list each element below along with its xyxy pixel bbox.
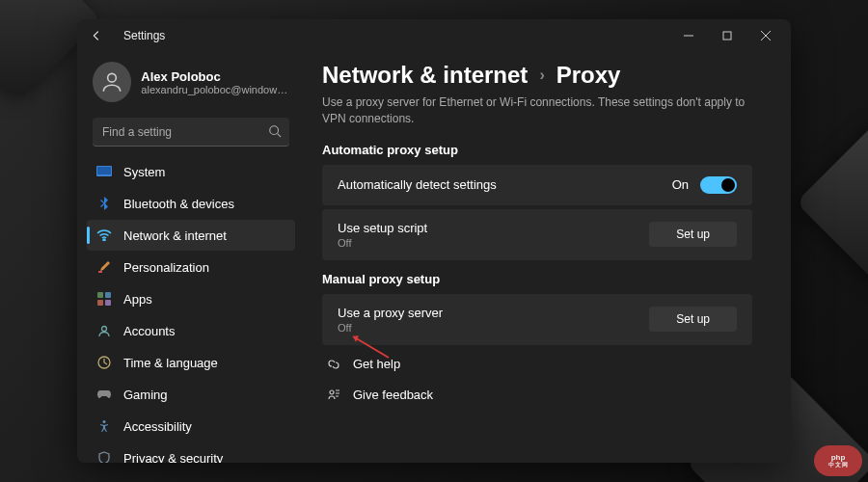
- svg-rect-11: [97, 292, 103, 298]
- nav-label: Time & language: [123, 356, 218, 370]
- watermark-badge: php 中文网: [814, 445, 862, 476]
- feedback-icon: [326, 388, 341, 403]
- sidebar-item-network[interactable]: Network & internet: [87, 220, 295, 251]
- svg-rect-10: [98, 271, 102, 273]
- feedback-label: Give feedback: [353, 388, 433, 402]
- profile-name: Alex Poloboc: [141, 69, 289, 84]
- chevron-right-icon: ›: [539, 67, 544, 84]
- back-button[interactable]: [83, 22, 110, 49]
- section-auto-title: Automatic proxy setup: [322, 143, 752, 157]
- card-setup-script: Use setup script Off Set up: [322, 209, 752, 260]
- person-icon: [99, 69, 124, 94]
- sidebar-item-personalization[interactable]: Personalization: [87, 252, 295, 282]
- nav-label: System: [123, 165, 165, 179]
- svg-rect-1: [723, 32, 731, 40]
- svg-point-15: [102, 327, 107, 332]
- avatar: [93, 62, 131, 102]
- help-label: Get help: [353, 357, 400, 371]
- sidebar-item-privacy[interactable]: Privacy & security: [87, 442, 295, 463]
- svg-rect-8: [97, 167, 111, 174]
- svg-line-6: [278, 134, 282, 138]
- sidebar-item-bluetooth[interactable]: Bluetooth & devices: [87, 188, 295, 219]
- breadcrumb-current: Proxy: [556, 62, 621, 89]
- sidebar: Alex Poloboc alexandru_poloboc@windowsre…: [77, 52, 299, 463]
- nav-label: Network & internet: [123, 228, 227, 243]
- sidebar-item-accessibility[interactable]: Accessibility: [87, 411, 295, 442]
- svg-rect-13: [97, 300, 103, 306]
- feedback-link[interactable]: Give feedback: [322, 380, 752, 411]
- maximize-button[interactable]: [708, 21, 746, 50]
- toggle-status: On: [672, 177, 689, 192]
- svg-point-9: [103, 239, 105, 241]
- page-description: Use a proxy server for Ethernet or Wi-Fi…: [322, 94, 752, 127]
- proxy-setup-button[interactable]: Set up: [649, 307, 737, 332]
- accounts-icon: [96, 323, 112, 338]
- help-icon: [326, 357, 341, 372]
- breadcrumb-parent[interactable]: Network & internet: [322, 62, 528, 89]
- get-help-link[interactable]: Get help: [322, 349, 752, 380]
- nav-label: Bluetooth & devices: [123, 197, 234, 211]
- svg-rect-14: [105, 300, 111, 306]
- nav-label: Accounts: [123, 324, 175, 338]
- auto-detect-toggle[interactable]: [700, 176, 737, 194]
- minimize-button[interactable]: [669, 21, 708, 50]
- search-icon: [268, 124, 282, 142]
- card-status: Off: [338, 237, 427, 249]
- titlebar: Settings: [77, 19, 791, 52]
- nav-label: Privacy & security: [123, 451, 223, 464]
- svg-point-18: [330, 390, 334, 394]
- accessibility-icon: [96, 418, 112, 434]
- sidebar-item-apps[interactable]: Apps: [87, 283, 295, 314]
- profile-email: alexandru_poloboc@windowsreport...: [141, 84, 289, 95]
- svg-point-17: [103, 420, 106, 423]
- sidebar-item-accounts[interactable]: Accounts: [87, 315, 295, 346]
- card-auto-detect: Automatically detect settings On: [322, 165, 752, 205]
- section-manual-title: Manual proxy setup: [322, 272, 752, 286]
- close-button[interactable]: [746, 21, 785, 50]
- card-label: Use setup script: [338, 221, 427, 235]
- arrow-left-icon: [90, 29, 103, 42]
- nav-label: Accessibility: [123, 419, 192, 434]
- minimize-icon: [684, 31, 693, 40]
- settings-window: Settings Alex Poloboc alexandru_poloboc: [77, 19, 791, 463]
- profile-block[interactable]: Alex Poloboc alexandru_poloboc@windowsre…: [87, 58, 295, 112]
- card-label: Automatically detect settings: [338, 177, 497, 192]
- system-icon: [96, 164, 112, 179]
- search-input[interactable]: [93, 118, 289, 147]
- svg-rect-12: [105, 292, 111, 298]
- svg-point-5: [270, 126, 279, 135]
- clock-icon: [96, 355, 112, 370]
- maximize-icon: [722, 31, 732, 40]
- content-area: Network & internet › Proxy Use a proxy s…: [299, 52, 791, 463]
- svg-point-4: [108, 73, 117, 82]
- wifi-icon: [96, 228, 112, 243]
- breadcrumb: Network & internet › Proxy: [322, 62, 752, 89]
- sidebar-item-gaming[interactable]: Gaming: [87, 379, 295, 410]
- nav-label: Gaming: [123, 388, 168, 402]
- setup-script-button[interactable]: Set up: [649, 222, 737, 247]
- shield-icon: [96, 450, 112, 463]
- nav-label: Apps: [123, 292, 152, 307]
- nav-label: Personalization: [123, 260, 209, 275]
- sidebar-item-time[interactable]: Time & language: [87, 347, 295, 378]
- card-use-proxy: Use a proxy server Off Set up: [322, 294, 752, 345]
- bluetooth-icon: [96, 196, 112, 211]
- gaming-icon: [96, 387, 112, 402]
- apps-icon: [96, 291, 112, 307]
- window-title: Settings: [123, 29, 165, 42]
- close-icon: [761, 31, 771, 40]
- sidebar-item-system[interactable]: System: [87, 156, 295, 187]
- brush-icon: [96, 259, 112, 275]
- nav-list: System Bluetooth & devices Network & int…: [87, 156, 295, 463]
- card-status: Off: [338, 322, 443, 334]
- card-label: Use a proxy server: [338, 306, 443, 320]
